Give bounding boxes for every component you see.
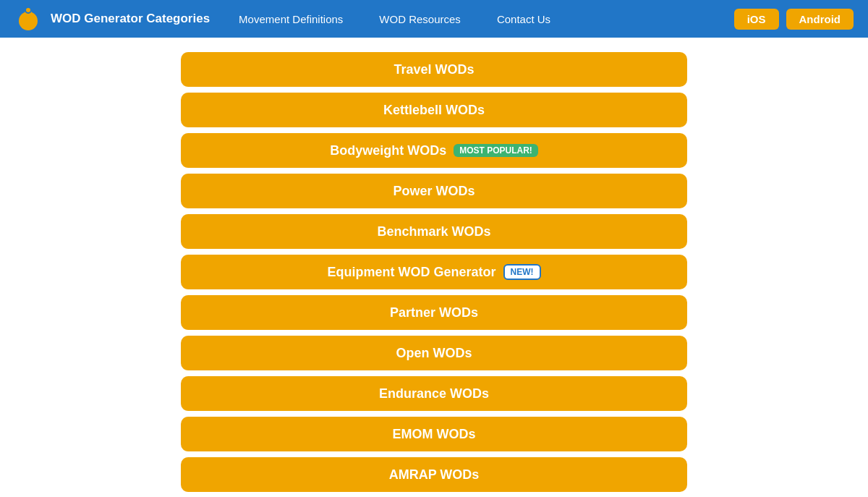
power-wods-button[interactable]: Power WODs	[181, 174, 687, 208]
partner-wods-button-label: Partner WODs	[390, 305, 478, 320]
equipment-wod-generator-button-label: Equipment WOD Generator	[327, 265, 495, 280]
movement-definitions-link[interactable]: Movement Definitions	[239, 13, 343, 25]
android-button[interactable]: Android	[786, 9, 854, 30]
power-wods-button-label: Power WODs	[393, 184, 475, 199]
nav-links: WOD Generator Categories Movement Defini…	[51, 12, 734, 26]
equipment-wod-generator-button[interactable]: Equipment WOD GeneratorNEW!	[181, 255, 687, 289]
endurance-wods-button-label: Endurance WODs	[379, 386, 489, 402]
partner-wods-button[interactable]: Partner WODs	[181, 295, 687, 330]
navbar: WOD Generator Categories Movement Defini…	[0, 0, 868, 38]
wod-resources-link[interactable]: WOD Resources	[379, 13, 461, 25]
ios-button[interactable]: iOS	[734, 9, 779, 30]
nav-title: WOD Generator Categories	[51, 12, 210, 26]
kettlebell-wods-button[interactable]: Kettlebell WODs	[181, 93, 687, 127]
bodyweight-wods-button[interactable]: Bodyweight WODsMOST POPULAR!	[181, 133, 687, 168]
benchmark-wods-button[interactable]: Benchmark WODs	[181, 214, 687, 249]
svg-point-2	[25, 7, 31, 13]
travel-wods-button-label: Travel WODs	[393, 62, 474, 77]
kettlebell-wods-button-label: Kettlebell WODs	[383, 103, 485, 118]
benchmark-wods-button-label: Benchmark WODs	[377, 224, 490, 239]
main-content: Travel WODsKettlebell WODsBodyweight WOD…	[0, 38, 868, 497]
endurance-wods-button[interactable]: Endurance WODs	[181, 376, 687, 411]
open-wods-button[interactable]: Open WODs	[181, 336, 687, 370]
open-wods-button-label: Open WODs	[396, 346, 472, 361]
bodyweight-wods-button-badge: MOST POPULAR!	[454, 144, 538, 157]
amrap-wods-button-label: AMRAP WODs	[389, 467, 480, 483]
bodyweight-wods-button-label: Bodyweight WODs	[330, 143, 446, 158]
nav-buttons: iOS Android	[734, 9, 854, 30]
amrap-wods-button[interactable]: AMRAP WODs	[181, 457, 687, 492]
emom-wods-button[interactable]: EMOM WODs	[181, 417, 687, 451]
contact-us-link[interactable]: Contact Us	[497, 13, 550, 25]
travel-wods-button[interactable]: Travel WODs	[181, 52, 687, 87]
equipment-wod-generator-button-badge: NEW!	[503, 264, 541, 280]
emom-wods-button-label: EMOM WODs	[393, 427, 476, 442]
logo-icon	[14, 5, 42, 33]
